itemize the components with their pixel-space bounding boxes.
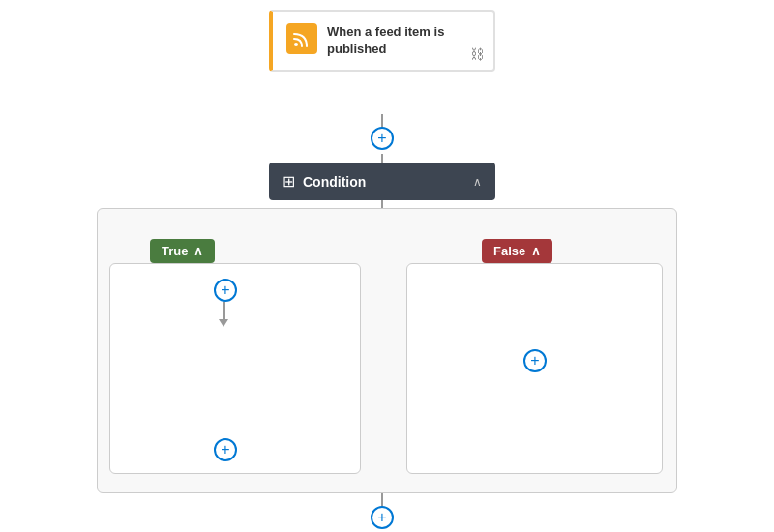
add-step-true-bottom[interactable]: + — [214, 438, 237, 461]
true-chevron-icon: ∧ — [194, 244, 203, 258]
svg-point-11 — [294, 43, 298, 46]
condition-title: Condition — [303, 174, 465, 190]
false-label: False — [493, 244, 525, 258]
trigger-link-icon: ⛓ — [470, 46, 484, 62]
arrow-line — [223, 302, 225, 321]
plus-icon-1[interactable]: + — [371, 127, 394, 150]
condition-icon: ⊞ — [283, 172, 295, 191]
rss-icon — [292, 29, 312, 48]
plus-icon-bottom[interactable]: + — [371, 506, 394, 529]
plus-icon-true-bottom[interactable]: + — [214, 438, 237, 461]
condition-collapse-icon[interactable]: ∧ — [473, 175, 482, 189]
false-chevron-icon: ∧ — [531, 244, 541, 258]
add-step-bottom[interactable]: + — [371, 506, 394, 529]
trigger-icon-bg — [286, 23, 317, 54]
false-branch-button[interactable]: False ∧ — [482, 239, 552, 263]
true-label: True — [162, 244, 188, 258]
add-step-button-1[interactable]: + — [371, 127, 394, 150]
arrow-head — [219, 319, 228, 327]
true-branch-container: + Send an email (V2) ⛓ + — [109, 263, 361, 474]
plus-icon-true-top[interactable]: + — [214, 279, 237, 302]
trigger-node[interactable]: When a feed item is published ⛓ — [269, 10, 495, 72]
true-branch-button[interactable]: True ∧ — [150, 239, 215, 263]
condition-node[interactable]: ⊞ Condition ∧ — [269, 163, 495, 200]
plus-icon-false[interactable]: + — [523, 349, 547, 372]
trigger-title: When a feed item is published — [327, 23, 480, 58]
add-step-true-top[interactable]: + — [214, 279, 237, 302]
add-step-false[interactable]: + — [523, 349, 547, 372]
false-branch-container: + — [406, 263, 663, 474]
